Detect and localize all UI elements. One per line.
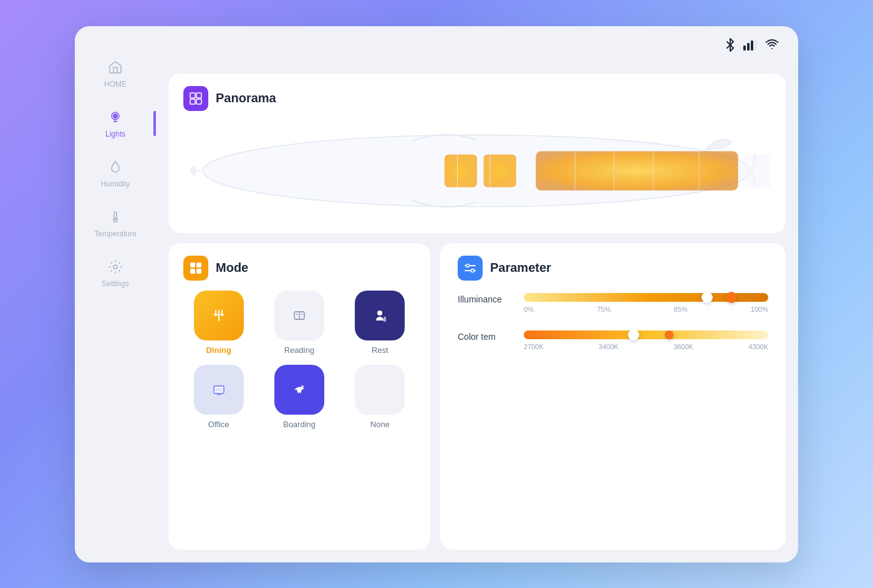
parameter-icon <box>458 256 483 281</box>
bluetooth-icon <box>725 38 736 52</box>
parameter-title: Parameter <box>490 261 551 275</box>
illuminance-thumb-1[interactable] <box>702 292 713 303</box>
sidebar-item-home[interactable]: HOME <box>75 51 156 96</box>
colortemp-labels: 2700K 3400K 3600K 4300K <box>524 343 768 350</box>
mode-item-dining[interactable]: Dining <box>183 291 254 355</box>
svg-rect-6 <box>747 43 750 51</box>
svg-rect-40 <box>215 388 223 392</box>
signal-icon <box>743 39 757 51</box>
mode-label-reading: Reading <box>284 345 314 355</box>
colortemp-thumb-1[interactable] <box>628 329 639 340</box>
svg-rect-12 <box>196 99 201 104</box>
colortemp-tick-3: 4300K <box>748 343 768 350</box>
illuminance-tick-1: 75% <box>597 306 610 313</box>
mode-item-rest[interactable]: Rest <box>345 291 415 355</box>
airplane-diagram <box>183 121 771 221</box>
panorama-icon <box>183 86 208 111</box>
svg-point-35 <box>377 311 382 316</box>
rest-button[interactable] <box>355 291 405 340</box>
svg-rect-27 <box>196 269 201 274</box>
svg-point-45 <box>471 269 475 272</box>
boarding-button[interactable] <box>274 365 324 415</box>
mode-grid: Dining Reading <box>183 291 415 429</box>
colortemp-tick-2: 3600K <box>673 343 693 350</box>
sidebar-label-settings: Settings <box>102 279 128 288</box>
illuminance-label: Illuminance <box>458 294 514 304</box>
illuminance-thumb-2[interactable] <box>726 292 737 303</box>
sidebar-item-temperature[interactable]: Temperature <box>75 201 156 246</box>
illuminance-labels: 0% 75% 85% 100% <box>524 306 768 313</box>
top-bar <box>168 26 786 64</box>
mode-label-dining: Dining <box>206 345 231 355</box>
mode-item-boarding[interactable]: Boarding <box>264 365 334 429</box>
svg-point-0 <box>113 113 118 118</box>
svg-rect-10 <box>196 93 201 98</box>
settings-icon <box>107 258 124 276</box>
svg-rect-11 <box>190 99 195 104</box>
panorama-card: Panorama <box>168 74 786 233</box>
main-content: Panorama <box>156 26 798 562</box>
sidebar-label-humidity: Humidity <box>101 180 130 188</box>
office-button[interactable] <box>194 365 244 415</box>
mode-item-none[interactable]: None <box>345 365 415 429</box>
svg-rect-36 <box>383 317 386 322</box>
lights-icon <box>107 108 124 126</box>
svg-rect-8 <box>755 39 757 51</box>
illuminance-tick-2: 85% <box>674 306 688 313</box>
mode-item-office[interactable]: Office <box>183 365 254 429</box>
sidebar-label-lights: Lights <box>105 130 125 138</box>
device-frame: HOME Lights Humidity <box>75 26 798 562</box>
wifi-icon <box>764 39 779 51</box>
panorama-header: Panorama <box>183 86 771 111</box>
dining-button[interactable] <box>194 291 244 340</box>
colortemp-tick-1: 3400K <box>599 343 619 350</box>
colortemp-track[interactable] <box>524 330 768 339</box>
svg-rect-24 <box>190 263 195 267</box>
illuminance-tick-0: 0% <box>524 306 534 313</box>
colortemp-tick-0: 2700K <box>524 343 544 350</box>
svg-rect-9 <box>190 93 195 98</box>
colortemp-thumb-2[interactable] <box>665 330 673 339</box>
svg-point-3 <box>113 218 117 222</box>
sidebar-item-lights[interactable]: Lights <box>75 101 156 146</box>
sidebar-label-home: HOME <box>104 80 127 89</box>
status-icons <box>725 38 779 52</box>
svg-rect-25 <box>196 263 201 267</box>
illuminance-row: Illuminance 0% 75% <box>458 293 768 313</box>
svg-rect-16 <box>536 151 738 190</box>
home-icon <box>107 59 124 76</box>
panorama-title: Panorama <box>216 91 276 105</box>
colortemp-label: Color tem <box>458 332 514 342</box>
humidity-icon <box>107 158 124 176</box>
svg-point-4 <box>113 265 117 269</box>
mode-label-rest: Rest <box>372 345 388 355</box>
svg-rect-14 <box>445 154 477 186</box>
sidebar: HOME Lights Humidity <box>75 26 156 562</box>
parameter-section: Illuminance 0% 75% <box>458 293 768 350</box>
mode-icon <box>183 256 208 281</box>
svg-rect-5 <box>743 46 746 51</box>
sidebar-item-humidity[interactable]: Humidity <box>75 151 156 196</box>
reading-button[interactable] <box>274 291 324 340</box>
svg-point-41 <box>301 385 304 388</box>
sidebar-label-temperature: Temperature <box>94 229 136 238</box>
svg-rect-26 <box>190 269 195 274</box>
svg-rect-17 <box>745 154 771 186</box>
svg-rect-15 <box>483 154 516 186</box>
active-indicator <box>153 111 156 136</box>
temperature-icon <box>107 208 124 226</box>
mode-title: Mode <box>216 261 248 275</box>
mode-item-reading[interactable]: Reading <box>264 291 334 355</box>
none-button[interactable] <box>355 365 405 415</box>
colortemp-row: Color tem 2700K 3400K <box>458 330 768 350</box>
mode-card: Mode Di <box>168 243 430 550</box>
sidebar-item-settings[interactable]: Settings <box>75 251 156 296</box>
mode-label-office: Office <box>208 420 229 429</box>
parameter-header: Parameter <box>458 256 768 281</box>
mode-label-none: None <box>370 420 390 429</box>
svg-rect-7 <box>751 41 753 51</box>
svg-point-44 <box>466 264 470 267</box>
illuminance-track[interactable] <box>524 293 768 302</box>
illuminance-tick-3: 100% <box>751 306 768 313</box>
parameter-card: Parameter Illuminance <box>440 243 786 550</box>
